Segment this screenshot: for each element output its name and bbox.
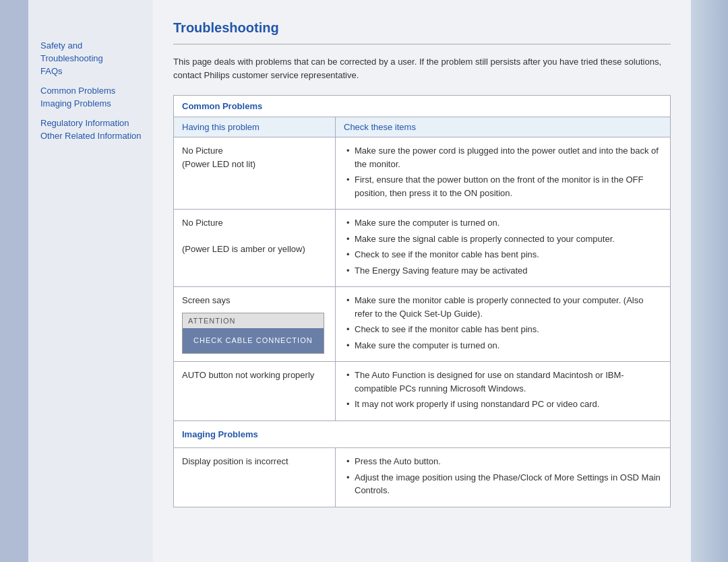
- table-row: No Picture(Power LED not lit) Make sure …: [174, 137, 671, 210]
- table-row: AUTO button not working properly The Aut…: [174, 362, 671, 421]
- page-wrapper: Safety and Troubleshooting FAQs Common P…: [0, 0, 728, 562]
- list-item: The Energy Saving feature may be activat…: [344, 264, 662, 278]
- list-item: Make sure the power cord is plugged into…: [344, 144, 662, 170]
- solution-cell: The Auto Function is designed for use on…: [336, 362, 671, 421]
- problem-text: AUTO button not working properly: [182, 370, 314, 380]
- table-row: Screen says ATTENTION CHECK CABLE CONNEC…: [174, 287, 671, 362]
- solution-cell: Make sure the monitor cable is properly …: [336, 287, 671, 362]
- attention-message: CHECK CABLE CONNECTION: [183, 328, 324, 353]
- sidebar-link-common-problems[interactable]: Common Problems: [40, 86, 145, 96]
- problem-cell: No Picture(Power LED not lit): [174, 137, 336, 210]
- sidebar-group-1: Safety and Troubleshooting FAQs: [40, 40, 145, 76]
- common-problems-header: Common Problems: [174, 96, 671, 117]
- list-item: Make sure the computer is turned on.: [344, 216, 662, 230]
- list-item: First, ensure that the power button on t…: [344, 173, 662, 199]
- title-divider: [173, 44, 671, 44]
- solution-list: Press the Auto button. Adjust the image …: [344, 455, 662, 497]
- imaging-header-row: Imaging Problems: [174, 420, 671, 448]
- list-item: Make sure the computer is turned on.: [344, 339, 662, 352]
- solution-cell: Make sure the power cord is plugged into…: [336, 137, 671, 210]
- sidebar-link-faqs[interactable]: FAQs: [40, 66, 145, 76]
- list-item: Check to see if the monitor cable has be…: [344, 248, 662, 261]
- sidebar-link-imaging-problems[interactable]: Imaging Problems: [40, 98, 145, 108]
- problem-cell: Screen says ATTENTION CHECK CABLE CONNEC…: [174, 287, 336, 362]
- list-item: Make sure the monitor cable is properly …: [344, 294, 662, 320]
- sidebar-link-troubleshooting[interactable]: Troubleshooting: [40, 53, 145, 63]
- solution-list: Make sure the computer is turned on. Mak…: [344, 216, 662, 277]
- attention-label: ATTENTION: [183, 313, 324, 329]
- solution-cell: Press the Auto button. Adjust the image …: [336, 448, 671, 507]
- problem-text: Display position is incorrect: [182, 456, 289, 466]
- problem-cell: AUTO button not working properly: [174, 362, 336, 421]
- solution-list: Make sure the power cord is plugged into…: [344, 144, 662, 199]
- sidebar-link-other[interactable]: Other Related Information: [40, 131, 145, 141]
- imaging-problems-header: Imaging Problems: [174, 420, 671, 448]
- sidebar-group-2: Common Problems Imaging Problems: [40, 86, 145, 108]
- intro-text: This page deals with problems that can b…: [173, 55, 671, 82]
- list-item: Adjust the image position using the Phas…: [344, 471, 662, 497]
- main-content: Troubleshooting This page deals with pro…: [153, 0, 691, 562]
- solution-list: The Auto Function is designed for use on…: [344, 369, 662, 411]
- attention-box: ATTENTION CHECK CABLE CONNECTION: [182, 313, 324, 354]
- sidebar: Safety and Troubleshooting FAQs Common P…: [28, 0, 153, 562]
- table-row: No Picture(Power LED is amber or yellow)…: [174, 210, 671, 287]
- sidebar-group-3: Regulatory Information Other Related Inf…: [40, 118, 145, 141]
- table-row: Display position is incorrect Press the …: [174, 448, 671, 507]
- problem-text: No Picture(Power LED is amber or yellow): [182, 218, 305, 254]
- sidebar-link-safety[interactable]: Safety and: [40, 40, 145, 51]
- solution-list: Make sure the monitor cable is properly …: [344, 294, 662, 352]
- left-accent-bar: [0, 0, 28, 562]
- list-item: The Auto Function is designed for use on…: [344, 369, 662, 395]
- problem-cell: No Picture(Power LED is amber or yellow): [174, 210, 336, 287]
- problems-table: Common Problems Having this problem Chec…: [173, 95, 671, 507]
- problem-cell: Display position is incorrect: [174, 448, 336, 507]
- col-header-problem: Having this problem: [174, 117, 336, 137]
- list-item: It may not work properly if using nonsta…: [344, 398, 662, 411]
- right-accent-bar: [691, 0, 728, 562]
- solution-cell: Make sure the computer is turned on. Mak…: [336, 210, 671, 287]
- page-title: Troubleshooting: [173, 20, 671, 36]
- list-item: Check to see if the monitor cable has be…: [344, 323, 662, 336]
- col-header-solution: Check these items: [336, 117, 671, 137]
- list-item: Press the Auto button.: [344, 455, 662, 468]
- problem-text: No Picture(Power LED not lit): [182, 146, 255, 169]
- problem-text: Screen says: [182, 295, 231, 305]
- list-item: Make sure the signal cable is properly c…: [344, 232, 662, 246]
- sidebar-link-regulatory[interactable]: Regulatory Information: [40, 118, 145, 128]
